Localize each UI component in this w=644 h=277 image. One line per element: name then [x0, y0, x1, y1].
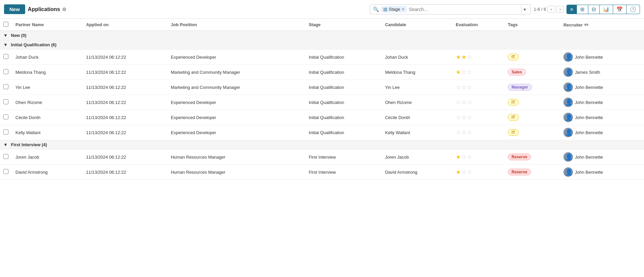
recruiter-cell: John Bennette — [560, 165, 644, 180]
prev-page-button[interactable]: ‹ — [547, 6, 555, 13]
row-checkbox-cell[interactable] — [0, 150, 12, 165]
row-checkbox-cell[interactable] — [0, 95, 12, 110]
row-checkbox[interactable] — [3, 84, 8, 89]
col-tags: Tags — [504, 19, 560, 31]
star-filled-icon[interactable]: ★ — [456, 69, 461, 76]
pagination-text: 1-6 / 6 — [534, 7, 546, 12]
stage-cell: Initial Qualification — [305, 95, 382, 110]
tag-badge[interactable]: Reserve — [508, 169, 531, 175]
recruiter-name: John Bennette — [575, 115, 603, 120]
star-empty-icon[interactable]: ☆ — [467, 99, 472, 106]
star-empty-icon[interactable]: ☆ — [461, 84, 466, 91]
star-empty-icon[interactable]: ☆ — [461, 154, 466, 161]
next-page-button[interactable]: › — [556, 6, 564, 13]
evaluation-cell: ☆☆☆ — [452, 125, 504, 140]
row-checkbox[interactable] — [3, 69, 8, 74]
tag-badge[interactable]: IT — [508, 99, 519, 106]
star-empty-icon[interactable]: ☆ — [461, 114, 466, 121]
tag-badge[interactable]: IT — [508, 54, 519, 60]
new-button[interactable]: New — [4, 4, 25, 14]
select-all-header[interactable] — [0, 19, 12, 31]
row-checkbox[interactable] — [3, 99, 8, 104]
pagination-info: 1-6 / 6 ‹ › — [534, 6, 564, 13]
list-view-button[interactable]: ≡ — [567, 5, 577, 14]
star-empty-icon[interactable]: ☆ — [456, 84, 461, 91]
group-toggle-icon[interactable]: ▼ — [3, 142, 8, 147]
candidate-cell: Johan Duck — [382, 50, 452, 65]
star-empty-icon[interactable]: ☆ — [467, 69, 472, 76]
col-settings-icon[interactable]: ⇔ — [584, 22, 588, 27]
row-checkbox-cell[interactable] — [0, 65, 12, 80]
star-empty-icon[interactable]: ☆ — [461, 69, 466, 76]
row-checkbox[interactable] — [3, 114, 8, 119]
kanban-view-button[interactable]: ⊞ — [577, 5, 588, 14]
group-header[interactable]: ▼ First Interview (4) — [0, 140, 644, 150]
star-filled-icon[interactable]: ★ — [456, 154, 461, 161]
evaluation-cell: ☆☆☆ — [452, 80, 504, 95]
star-filled-icon[interactable]: ★ — [456, 169, 461, 176]
row-checkbox-cell[interactable] — [0, 50, 12, 65]
row-checkbox-cell[interactable] — [0, 125, 12, 140]
star-filled-icon[interactable]: ★ — [456, 54, 461, 61]
recruiter-name: James Smith — [575, 70, 600, 75]
row-checkbox-cell[interactable] — [0, 110, 12, 125]
filter-stage-icon: ▤ — [383, 7, 387, 12]
applied-on-cell: 11/13/2024 06:12:22 — [83, 65, 167, 80]
grid-view-button[interactable]: ⊟ — [588, 5, 600, 14]
star-empty-icon[interactable]: ☆ — [461, 129, 466, 136]
recruiter-cell: John Bennette — [560, 80, 644, 95]
tag-badge[interactable]: IT — [508, 114, 519, 121]
star-empty-icon[interactable]: ☆ — [461, 169, 466, 176]
row-checkbox-cell[interactable] — [0, 80, 12, 95]
search-input[interactable] — [409, 7, 518, 12]
title-text: Applications — [28, 6, 60, 12]
star-empty-icon[interactable]: ☆ — [467, 114, 472, 121]
activity-view-button[interactable]: 🕐 — [627, 5, 640, 14]
search-dropdown-icon[interactable]: ▾ — [521, 6, 528, 13]
stage-cell: Initial Qualification — [305, 110, 382, 125]
group-toggle-icon[interactable]: ▼ — [3, 42, 8, 47]
table-row: Johan Duck 11/13/2024 06:12:22 Experienc… — [0, 50, 644, 65]
col-evaluation: Evaluation — [452, 19, 504, 31]
tag-badge[interactable]: Sales — [508, 69, 526, 75]
settings-gear-icon[interactable]: ⚙ — [62, 7, 66, 12]
row-checkbox-cell[interactable] — [0, 165, 12, 180]
star-empty-icon[interactable]: ☆ — [461, 99, 466, 106]
star-empty-icon[interactable]: ☆ — [467, 154, 472, 161]
tag-badge[interactable]: Reserve — [508, 154, 531, 160]
row-checkbox[interactable] — [3, 169, 8, 174]
chart-view-button[interactable]: 📊 — [600, 5, 613, 14]
job-position-cell: Marketing and Community Manager — [167, 65, 305, 80]
remove-stage-filter-icon[interactable]: ✕ — [401, 7, 405, 12]
select-all-checkbox[interactable] — [3, 22, 8, 27]
calendar-view-button[interactable]: 📅 — [613, 5, 627, 14]
partner-name-cell: Johan Duck — [12, 50, 83, 65]
tags-cell: Reserve — [504, 150, 560, 165]
col-candidate: Candidate — [382, 19, 452, 31]
star-empty-icon[interactable]: ☆ — [456, 114, 461, 121]
row-checkbox[interactable] — [3, 154, 8, 159]
tag-badge[interactable]: IT — [508, 129, 519, 136]
table-row: Yin Lee 11/13/2024 06:12:22 Marketing an… — [0, 80, 644, 95]
star-empty-icon[interactable]: ☆ — [467, 169, 472, 176]
star-empty-icon[interactable]: ☆ — [456, 99, 461, 106]
row-checkbox[interactable] — [3, 54, 8, 59]
tags-cell: IT — [504, 110, 560, 125]
table-row: David Armstrong 11/13/2024 06:12:22 Huma… — [0, 165, 644, 180]
tag-badge[interactable]: Manager — [508, 84, 532, 91]
star-filled-icon[interactable]: ★ — [461, 54, 466, 61]
group-toggle-icon[interactable]: ▼ — [3, 33, 8, 38]
job-position-cell: Marketing and Community Manager — [167, 80, 305, 95]
star-empty-icon[interactable]: ☆ — [467, 129, 472, 136]
stage-filter-tag: ▤ Stage ✕ — [381, 6, 407, 12]
col-partner-name: Partner Name — [12, 19, 83, 31]
tags-cell: IT — [504, 125, 560, 140]
group-header[interactable]: ▼ New (0) — [0, 31, 644, 40]
avatar — [563, 52, 573, 62]
row-checkbox[interactable] — [3, 129, 8, 134]
star-empty-icon[interactable]: ☆ — [467, 84, 472, 91]
star-empty-icon[interactable]: ☆ — [456, 129, 461, 136]
star-empty-icon[interactable]: ☆ — [467, 54, 472, 61]
group-name: New (0) — [11, 33, 27, 38]
group-header[interactable]: ▼ Initial Qualification (6) — [0, 40, 644, 50]
